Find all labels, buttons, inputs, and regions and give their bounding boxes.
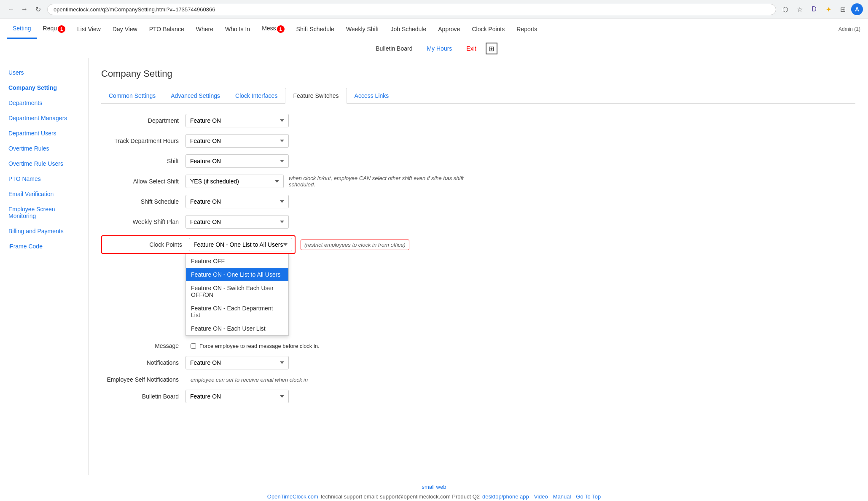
bulletin-board-tab[interactable]: Bulletin Board (371, 43, 417, 54)
header-top: SettingRequ1List ViewDay ViewPTO Balance… (0, 19, 868, 39)
primary-nav-tab-requ[interactable]: Requ1 (37, 19, 71, 38)
primary-nav-tab-shift-schedule[interactable]: Shift Schedule (290, 20, 340, 38)
primary-nav-tab-mess[interactable]: Mess1 (256, 19, 290, 38)
sidebar-item-email-verification[interactable]: Email Verification (0, 186, 88, 202)
label-8: Notifications (101, 359, 185, 366)
main-layout: UsersCompany SettingDepartmentsDepartmen… (0, 58, 868, 475)
dropdown-option-1[interactable]: Feature ON - One List to All Users (186, 268, 288, 281)
sidebar-item-overtime-rule-users[interactable]: Overtime Rule Users (0, 156, 88, 171)
small-web-link[interactable]: small web (8, 484, 860, 490)
extensions-icon[interactable]: ⊞ (837, 3, 849, 15)
label-3: Allow Select Shift (101, 178, 185, 185)
dropdown-option-3[interactable]: Feature ON - Each Department List (186, 302, 288, 322)
primary-nav-tab-setting[interactable]: Setting (7, 19, 37, 39)
dropdown-option-0[interactable]: Feature OFF (186, 254, 288, 268)
sidebar-item-company-setting[interactable]: Company Setting (0, 80, 88, 95)
sidebar-item-employee-screen-monitoring[interactable]: Employee Screen Monitoring (0, 202, 88, 224)
select-0[interactable]: Feature ONFeature OFF (185, 114, 289, 127)
clock-points-hint: (restrict employees to clock in from off… (301, 240, 409, 250)
primary-nav-tab-weekly-shift[interactable]: Weekly Shift (340, 20, 385, 38)
checkbox-container-7: Force employee to read message before cl… (191, 343, 320, 349)
bookmark-icon[interactable]: ☆ (794, 3, 806, 15)
nav-badge-mess: 1 (277, 25, 285, 33)
form-row-6: Clock PointsFeature OFFFeature ON - One … (101, 235, 481, 254)
footer-link-manual[interactable]: Manual (553, 493, 571, 500)
address-bar[interactable]: opentimeclock.com/q2/mCompanySetting.htm… (47, 4, 776, 15)
checkbox-7[interactable] (191, 343, 196, 349)
forward-button[interactable]: → (19, 3, 30, 15)
label-2: Shift (101, 158, 185, 164)
select-1[interactable]: Feature ONFeature OFF (185, 134, 289, 148)
sidebar-item-users[interactable]: Users (0, 65, 88, 80)
url-text: opentimeclock.com/q2/mCompanySetting.htm… (54, 6, 215, 13)
primary-nav-tab-day-view[interactable]: Day View (107, 20, 143, 38)
footer-link-desktop/phone-app[interactable]: desktop/phone app (482, 493, 529, 500)
form-row-3: Allow Select ShiftYES (if scheduled)NOwh… (101, 175, 481, 188)
extension-icon-d[interactable]: D (808, 3, 820, 15)
text-hint-9: employee can set to receive email when c… (191, 377, 308, 383)
settings-tab-access-links[interactable]: Access Links (347, 88, 397, 103)
select-clock-points[interactable]: Feature OFFFeature ON - One List to All … (189, 238, 292, 251)
clock-points-dropdown: Feature OFFFeature ON - One List to All … (185, 254, 289, 336)
form-row-5: Weekly Shift PlanFeature ONFeature OFF (101, 215, 481, 229)
profile-icon[interactable]: A (851, 3, 863, 15)
primary-nav-tab-pto-balance[interactable]: PTO Balance (143, 20, 190, 38)
exit-tab[interactable]: Exit (461, 43, 481, 54)
primary-nav-tab-reports[interactable]: Reports (511, 20, 543, 38)
page-title: Company Setting (101, 68, 855, 79)
back-button[interactable]: ← (5, 3, 17, 15)
select-8[interactable]: Feature ONFeature OFF (185, 356, 289, 369)
hint-3: when clock in/out, employee CAN select o… (289, 175, 481, 188)
settings-tab-clock-interfaces[interactable]: Clock Interfaces (228, 88, 285, 103)
nav-badge-requ: 1 (58, 25, 65, 33)
footer-link-video[interactable]: Video (534, 493, 548, 500)
form-row-8: NotificationsFeature ONFeature OFF (101, 356, 481, 369)
label-7: Message (101, 342, 185, 349)
form-row-7: MessageForce employee to read message be… (101, 342, 481, 349)
primary-nav-tab-approve[interactable]: Approve (432, 20, 466, 38)
form-container: DepartmentFeature ONFeature OFFTrack Dep… (101, 114, 481, 403)
browser-actions: ⬡ ☆ D ✦ ⊞ A (779, 3, 863, 15)
dropdown-option-2[interactable]: Feature ON - Switch Each User OFF/ON (186, 281, 288, 302)
select-4[interactable]: Feature ONFeature OFF (185, 195, 289, 208)
settings-tab-common-settings[interactable]: Common Settings (101, 88, 163, 103)
footer-text-segment: technical support email: support@opentim… (321, 493, 480, 500)
screen-share-icon[interactable]: ⬡ (779, 3, 791, 15)
dropdown-wrapper: Feature OFFFeature ON - One List to All … (101, 254, 481, 336)
secondary-nav: Bulletin Board My Hours Exit ⊞ (0, 39, 868, 58)
label-5: Weekly Shift Plan (101, 218, 185, 225)
select-10[interactable]: Feature ONFeature OFF (185, 390, 289, 403)
primary-nav-tab-clock-points[interactable]: Clock Points (466, 20, 511, 38)
label-clock-points: Clock Points (105, 241, 189, 248)
sidebar-item-overtime-rules[interactable]: Overtime Rules (0, 141, 88, 156)
sidebar-item-pto-names[interactable]: PTO Names (0, 171, 88, 186)
primary-nav-tab-list-view[interactable]: List View (71, 20, 107, 38)
footer-link-opentimeclock.com[interactable]: OpenTimeClock.com (267, 493, 318, 500)
settings-tab-feature-switches[interactable]: Feature Switches (285, 88, 347, 104)
exit-icon[interactable]: ⊞ (486, 43, 497, 54)
extension-icon-star[interactable]: ✦ (822, 3, 834, 15)
select-2[interactable]: Feature ONFeature OFF (185, 154, 289, 168)
primary-nav-tab-job-schedule[interactable]: Job Schedule (384, 20, 432, 38)
content-area: Company Setting Common SettingsAdvanced … (89, 58, 868, 475)
label-0: Department (101, 117, 185, 124)
sidebar-item-departments[interactable]: Departments (0, 95, 88, 110)
primary-nav-tab-who-is-in[interactable]: Who Is In (219, 20, 256, 38)
sidebar-item-department-managers[interactable]: Department Managers (0, 110, 88, 126)
settings-tab-advanced-settings[interactable]: Advanced Settings (163, 88, 228, 103)
sidebar-item-billing-and-payments[interactable]: Billing and Payments (0, 224, 88, 239)
label-1: Track Department Hours (101, 137, 185, 144)
sidebar-item-department-users[interactable]: Department Users (0, 126, 88, 141)
dropdown-option-4[interactable]: Feature ON - Each User List (186, 322, 288, 335)
footer: small web OpenTimeClock.com technical su… (0, 475, 868, 501)
footer-link-go-to-top[interactable]: Go To Top (576, 493, 601, 500)
primary-nav-tab-where[interactable]: Where (190, 20, 219, 38)
sidebar-item-iframe-code[interactable]: iFrame Code (0, 239, 88, 254)
form-row-10: Bulletin BoardFeature ONFeature OFF (101, 390, 481, 403)
select-5[interactable]: Feature ONFeature OFF (185, 215, 289, 229)
reload-button[interactable]: ↻ (32, 3, 44, 15)
footer-links: OpenTimeClock.com technical support emai… (8, 493, 860, 500)
select-3[interactable]: YES (if scheduled)NO (185, 175, 284, 188)
primary-nav: SettingRequ1List ViewDay ViewPTO Balance… (4, 19, 546, 39)
my-hours-tab[interactable]: My Hours (422, 43, 457, 54)
